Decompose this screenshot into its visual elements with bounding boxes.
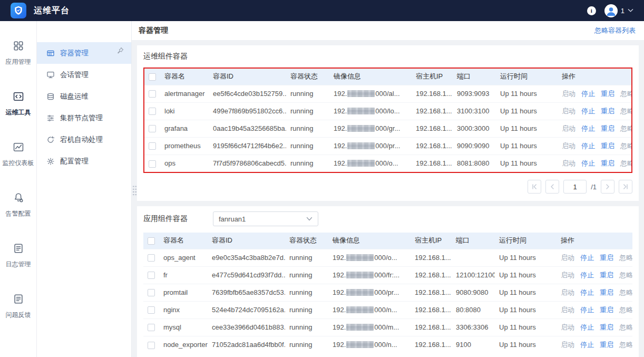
start-action[interactable]: 启动 — [561, 254, 574, 262]
table-row: prometheus 9195f66cf4712f64b6e2... runni… — [144, 137, 631, 155]
table-row: alertmanager ee5f6c4cde03b152759... runn… — [144, 85, 631, 102]
sidebar-item-monitor-dashboard[interactable]: 监控仪表板 — [3, 141, 34, 168]
ignore-action[interactable]: 忽略 — [620, 142, 631, 150]
restart-action[interactable]: 重启 — [601, 142, 614, 150]
row-checkbox[interactable] — [148, 324, 155, 331]
restart-action[interactable]: 重启 — [600, 341, 613, 349]
row-checkbox[interactable] — [149, 108, 156, 115]
restart-action[interactable]: 重启 — [600, 271, 613, 279]
container-id: e9e0c35a4c3ba8b2e7d... — [208, 249, 285, 266]
sidebar-item-app-management[interactable]: 应用管理 — [6, 40, 31, 66]
uptime: Up 11 hours — [496, 85, 558, 102]
table-row: node_exporter 71052adc81aa6d4fbb0f... ru… — [143, 336, 632, 353]
ignore-action[interactable]: 忽略 — [620, 124, 631, 132]
start-action[interactable]: 启动 — [562, 90, 575, 98]
host-ip: 192.168.1... — [411, 284, 452, 301]
menu-item-label: 磁盘运维 — [60, 92, 89, 101]
stop-action[interactable]: 停止 — [581, 142, 595, 150]
first-page-button[interactable] — [528, 180, 541, 194]
ignore-action[interactable]: 忽略 — [619, 254, 632, 262]
stop-action[interactable]: 停止 — [581, 159, 595, 167]
menu-item-disk-ops[interactable]: 磁盘运维 — [37, 85, 131, 107]
ignore-action[interactable]: 忽略 — [619, 323, 632, 331]
column-header: 运行时间 — [496, 69, 558, 85]
port — [452, 249, 495, 266]
sidebar-item-ops-tools[interactable]: 运维工具 — [6, 91, 31, 117]
row-checkbox[interactable] — [149, 125, 156, 132]
stop-action[interactable]: 停止 — [580, 288, 594, 296]
stop-action[interactable]: 停止 — [580, 323, 594, 331]
restart-action[interactable]: 重启 — [601, 90, 614, 98]
ignore-container-list-link[interactable]: 忽略容器列表 — [594, 26, 636, 35]
user-menu[interactable]: 1 — [604, 4, 633, 17]
main-content: 容器管理 忽略容器列表 运维组件容器 — [132, 21, 644, 357]
row-actions: 启动停止重启忽略 — [558, 120, 631, 137]
row-checkbox-cell — [143, 266, 159, 284]
cluster-icon — [46, 114, 55, 122]
redacted-image-block — [346, 306, 374, 313]
info-icon[interactable]: i — [587, 6, 596, 15]
table-row: nginx 524e4b724dc7095162a... running 192… — [143, 301, 632, 319]
cluster-select[interactable]: fanruan1 — [213, 211, 318, 226]
column-header: 容器名 — [159, 233, 208, 249]
ignore-action[interactable]: 忽略 — [620, 107, 631, 115]
start-action[interactable]: 启动 — [562, 159, 575, 167]
start-action[interactable]: 启动 — [561, 306, 574, 314]
ignore-action[interactable]: 忽略 — [619, 306, 632, 314]
stop-action[interactable]: 停止 — [580, 254, 594, 262]
image-info: 192.000/pr... — [328, 284, 411, 301]
restart-action[interactable]: 重启 — [601, 159, 614, 167]
ignore-action[interactable]: 忽略 — [619, 288, 632, 296]
prev-page-button[interactable] — [545, 180, 559, 194]
restart-action[interactable]: 重启 — [600, 306, 613, 314]
restart-action[interactable]: 重启 — [601, 107, 614, 115]
start-action[interactable]: 启动 — [561, 323, 574, 331]
menu-item-cluster-node-management[interactable]: 集群节点管理 — [37, 107, 131, 129]
ignore-action[interactable]: 忽略 — [620, 90, 631, 98]
row-checkbox[interactable] — [148, 306, 155, 314]
restart-action[interactable]: 重启 — [601, 124, 614, 132]
start-action[interactable]: 启动 — [561, 288, 574, 296]
menu-item-config-management[interactable]: 配置管理 — [37, 150, 131, 172]
row-checkbox[interactable] — [149, 160, 156, 168]
stop-action[interactable]: 停止 — [580, 341, 594, 349]
stop-action[interactable]: 停止 — [581, 107, 595, 115]
row-checkbox[interactable] — [149, 142, 156, 150]
ignore-action[interactable]: 忽略 — [619, 271, 632, 279]
menu-item-session-management[interactable]: 会话管理 — [37, 64, 131, 85]
pin-icon[interactable] — [116, 46, 124, 55]
panel-resize-handle[interactable] — [132, 185, 137, 197]
row-actions: 启动停止重启忽略 — [557, 266, 632, 284]
start-action[interactable]: 启动 — [562, 142, 575, 150]
restart-action[interactable]: 重启 — [600, 323, 613, 331]
stop-action[interactable]: 停止 — [581, 124, 595, 132]
row-checkbox[interactable] — [148, 272, 155, 279]
ignore-action[interactable]: 忽略 — [620, 159, 631, 167]
row-checkbox[interactable] — [148, 342, 155, 349]
row-checkbox[interactable] — [148, 254, 155, 262]
sidebar-item-feedback[interactable]: 问题反馈 — [6, 293, 31, 320]
row-checkbox[interactable] — [148, 289, 155, 296]
select-all-checkbox[interactable] — [149, 73, 156, 81]
next-page-button[interactable] — [601, 180, 614, 194]
start-action[interactable]: 启动 — [561, 271, 574, 279]
sidebar-item-log-management[interactable]: 日志管理 — [6, 243, 31, 269]
restart-action[interactable]: 重启 — [600, 254, 613, 262]
restart-action[interactable]: 重启 — [600, 288, 613, 296]
start-action[interactable]: 启动 — [561, 341, 574, 349]
start-action[interactable]: 启动 — [562, 107, 575, 115]
ignore-action[interactable]: 忽略 — [619, 341, 632, 349]
page-number-input[interactable] — [563, 180, 587, 194]
last-page-button[interactable] — [619, 180, 632, 194]
sidebar-item-label: 运维工具 — [6, 108, 31, 117]
container-name: ops_agent — [159, 249, 208, 266]
select-all-checkbox[interactable] — [148, 237, 155, 245]
stop-action[interactable]: 停止 — [580, 306, 594, 314]
row-checkbox[interactable] — [149, 90, 156, 98]
stop-action[interactable]: 停止 — [581, 90, 595, 98]
sidebar-item-alert-config[interactable]: 告警配置 — [6, 192, 31, 218]
stop-action[interactable]: 停止 — [580, 271, 594, 279]
menu-item-downtime-auto-handling[interactable]: 宕机自动处理 — [37, 129, 131, 150]
start-action[interactable]: 启动 — [562, 124, 575, 132]
container-name: mysql — [159, 319, 208, 336]
